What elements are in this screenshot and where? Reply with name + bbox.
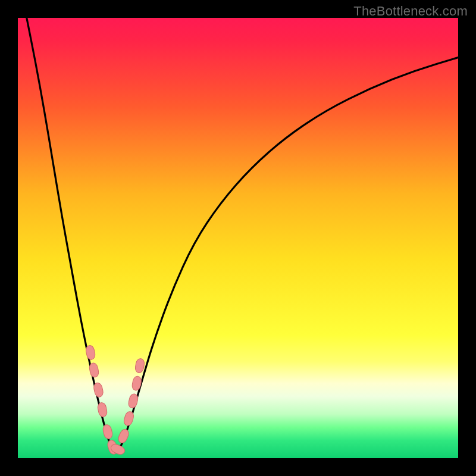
plot-area: [18, 18, 458, 458]
marker-bead: [102, 424, 113, 440]
curve-layer: [18, 18, 458, 458]
bottleneck-curve: [27, 18, 458, 452]
highlight-markers: [85, 345, 145, 456]
marker-bead: [85, 345, 96, 360]
marker-bead: [127, 393, 139, 409]
watermark-text: TheBottleneck.com: [353, 4, 468, 19]
chart-frame: TheBottleneck.com: [0, 0, 476, 476]
marker-bead: [89, 362, 99, 378]
marker-bead: [97, 402, 108, 417]
marker-bead: [134, 358, 145, 374]
marker-bead: [117, 428, 130, 444]
marker-bead: [93, 382, 104, 397]
